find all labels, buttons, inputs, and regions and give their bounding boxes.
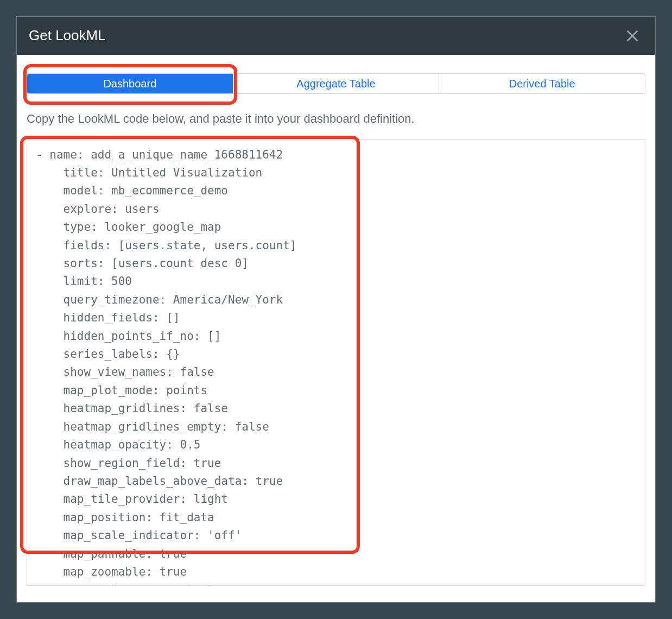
tab-label: Dashboard bbox=[103, 78, 156, 90]
get-lookml-modal: Get LookML Dashboard Aggregate Table Der… bbox=[16, 16, 656, 603]
tab-dashboard[interactable]: Dashboard bbox=[27, 74, 233, 93]
tab-derived-table[interactable]: Derived Table bbox=[439, 74, 645, 93]
code-area-wrap bbox=[27, 139, 645, 586]
instruction-text: Copy the LookML code below, and paste it… bbox=[27, 111, 645, 127]
modal-header: Get LookML bbox=[17, 17, 655, 55]
tabs-row: Dashboard Aggregate Table Derived Table bbox=[27, 73, 645, 94]
modal-body: Dashboard Aggregate Table Derived Table … bbox=[17, 55, 655, 602]
tab-label: Aggregate Table bbox=[296, 78, 375, 90]
close-button[interactable] bbox=[622, 25, 643, 47]
tab-label: Derived Table bbox=[509, 78, 575, 90]
modal-title: Get LookML bbox=[29, 27, 106, 44]
close-icon bbox=[625, 28, 640, 43]
lookml-code-textarea[interactable] bbox=[27, 139, 645, 586]
tab-aggregate-table[interactable]: Aggregate Table bbox=[233, 74, 440, 93]
